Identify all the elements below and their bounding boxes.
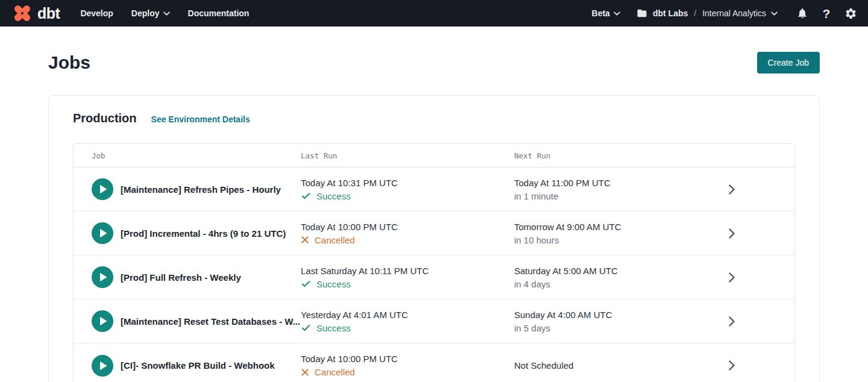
last-run-status: Success — [301, 323, 514, 333]
last-run-time: Today At 10:00 PM UTC — [301, 222, 514, 232]
chevron-right-icon[interactable] — [729, 228, 735, 239]
last-run-cell: Yesterday At 4:01 AM UTC Success — [301, 299, 514, 343]
job-cell: [Prod] Full Refresh - Weekly — [74, 255, 301, 299]
row-chevron-cell — [729, 168, 794, 211]
cancelled-x-icon — [301, 368, 309, 377]
last-run-status: Cancelled — [301, 367, 514, 377]
next-run-cell: Today At 11:00 PM UTC in 1 minute — [514, 168, 729, 211]
last-run-time: Yesterday At 4:01 AM UTC — [301, 310, 514, 320]
last-run-status: Success — [301, 279, 514, 289]
next-run-relative: in 1 minute — [514, 191, 729, 201]
nav-item-label: Documentation — [188, 8, 250, 18]
chevron-right-icon[interactable] — [729, 316, 735, 327]
job-cell: [CI]- Snowflake PR Build - Webhook — [74, 343, 301, 382]
project-name: Internal Analytics — [702, 8, 766, 18]
chevron-right-icon[interactable] — [729, 272, 735, 283]
play-icon — [92, 310, 113, 332]
last-run-time: Last Saturday At 10:11 PM UTC — [301, 266, 514, 276]
job-name: [CI]- Snowflake PR Build - Webhook — [121, 360, 275, 371]
next-run-relative: in 5 days — [514, 323, 729, 333]
job-name: [Prod] Incremental - 4hrs (9 to 21 UTC) — [121, 228, 286, 239]
folder-icon — [636, 7, 648, 19]
run-status-label: Success — [316, 279, 351, 289]
jobs-table: Job Last Run Next Run [Maintenance] Refr… — [73, 143, 795, 382]
environment-card-header: Production See Environment Details — [49, 96, 819, 125]
play-icon — [92, 222, 113, 244]
table-row[interactable]: [Maintenance] Reset Test Databases - W..… — [74, 299, 794, 343]
nav-item-label: Develop — [80, 8, 113, 18]
beta-dropdown[interactable]: Beta — [592, 8, 620, 18]
top-navigation-bar: dbt Develop Deploy Documentation Beta db… — [0, 0, 868, 27]
account-project-picker[interactable]: dbt Labs / Internal Analytics — [636, 7, 778, 19]
last-run-status: Success — [301, 191, 514, 201]
job-cell: [Maintenance] Reset Test Databases - W..… — [74, 299, 301, 343]
next-run-relative: in 10 hours — [514, 235, 729, 245]
table-row[interactable]: [Maintenance] Refresh Pipes - Hourly Tod… — [74, 168, 794, 211]
job-cell: [Prod] Incremental - 4hrs (9 to 21 UTC) — [74, 211, 301, 255]
chevron-right-icon[interactable] — [729, 184, 735, 195]
next-run-cell: Tomorrow At 9:00 AM UTC in 10 hours — [514, 211, 729, 255]
last-run-cell: Today At 10:00 PM UTC Cancelled — [301, 343, 514, 382]
table-body: [Maintenance] Refresh Pipes - Hourly Tod… — [74, 168, 794, 382]
last-run-status: Cancelled — [301, 235, 514, 245]
primary-nav: Develop Deploy Documentation — [80, 8, 249, 18]
next-run-cell: Not Scheduled — [514, 343, 729, 382]
chevron-down-icon — [614, 11, 620, 16]
nav-item-deploy[interactable]: Deploy — [131, 8, 170, 18]
nav-item-documentation[interactable]: Documentation — [188, 8, 250, 18]
chevron-down-icon — [771, 11, 778, 16]
next-run-relative: in 4 days — [514, 279, 729, 289]
environment-name: Production — [73, 111, 137, 125]
run-job-button[interactable] — [92, 222, 113, 244]
last-run-cell: Today At 10:00 PM UTC Cancelled — [301, 211, 514, 255]
column-header-job: Job — [74, 151, 301, 160]
table-row[interactable]: [Prod] Full Refresh - Weekly Last Saturd… — [74, 255, 794, 299]
chevron-right-icon[interactable] — [729, 360, 735, 371]
run-status-label: Cancelled — [315, 235, 355, 245]
run-job-button[interactable] — [92, 355, 113, 377]
table-row[interactable]: [Prod] Incremental - 4hrs (9 to 21 UTC) … — [74, 211, 794, 255]
breadcrumb-separator: / — [693, 8, 697, 18]
next-run-time: Tomorrow At 9:00 AM UTC — [514, 222, 729, 232]
see-environment-details-link[interactable]: See Environment Details — [151, 114, 250, 124]
job-cell: [Maintenance] Refresh Pipes - Hourly — [74, 168, 301, 211]
run-job-button[interactable] — [92, 310, 113, 332]
run-status-label: Cancelled — [315, 367, 355, 377]
play-icon — [92, 266, 113, 288]
success-check-icon — [301, 323, 311, 333]
settings-gear-icon[interactable] — [844, 7, 857, 20]
next-run-cell: Sunday At 4:00 AM UTC in 5 days — [514, 299, 729, 343]
beta-label: Beta — [592, 8, 610, 18]
dbt-logo[interactable]: dbt — [12, 3, 60, 23]
next-run-time: Not Scheduled — [514, 360, 729, 371]
help-glyph: ? — [823, 7, 831, 20]
dbt-logo-icon — [12, 3, 33, 23]
nav-item-develop[interactable]: Develop — [80, 8, 113, 18]
cancelled-x-icon — [301, 236, 309, 244]
help-icon[interactable]: ? — [820, 7, 833, 20]
table-row[interactable]: [CI]- Snowflake PR Build - Webhook Today… — [74, 343, 794, 382]
run-job-button[interactable] — [92, 266, 113, 288]
account-name: dbt Labs — [653, 8, 688, 18]
nav-item-label: Deploy — [131, 8, 160, 18]
play-icon — [92, 178, 113, 200]
create-job-button[interactable]: Create Job — [757, 52, 820, 74]
last-run-time: Today At 10:31 PM UTC — [301, 178, 514, 188]
column-header-last-run: Last Run — [301, 151, 514, 160]
last-run-time: Today At 10:00 PM UTC — [301, 354, 514, 364]
play-icon — [92, 355, 113, 377]
next-run-cell: Saturday At 5:00 AM UTC in 4 days — [514, 255, 729, 299]
next-run-time: Saturday At 5:00 AM UTC — [514, 266, 729, 276]
row-chevron-cell — [729, 211, 794, 255]
row-chevron-cell — [729, 299, 794, 343]
notifications-bell-icon[interactable] — [796, 7, 809, 20]
environment-card: Production See Environment Details Job L… — [48, 95, 820, 382]
next-run-time: Today At 11:00 PM UTC — [514, 178, 729, 188]
job-name: [Maintenance] Refresh Pipes - Hourly — [121, 184, 281, 195]
job-name: [Prod] Full Refresh - Weekly — [121, 272, 241, 283]
row-chevron-cell — [729, 255, 794, 299]
last-run-cell: Today At 10:31 PM UTC Success — [301, 168, 514, 211]
column-header-next-run: Next Run — [514, 151, 729, 160]
run-job-button[interactable] — [92, 178, 113, 200]
page-title: Jobs — [48, 52, 90, 73]
